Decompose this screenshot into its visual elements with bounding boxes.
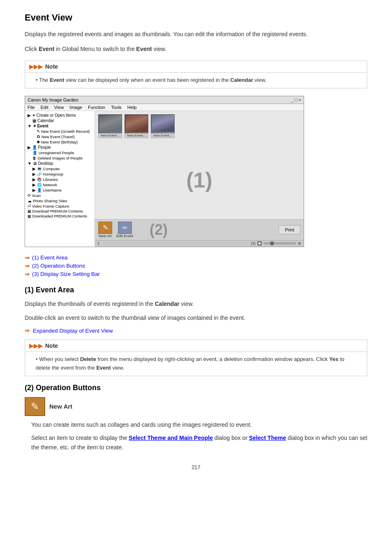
expanded-link-arrow: ⇒	[25, 327, 30, 334]
click-note-event2: Event	[136, 46, 152, 52]
note-box-2: ▶▶▶ Note When you select Delete from the…	[25, 340, 367, 376]
screenshot-body: ▶ ✦ Create or Open Items ▦ Calendar ▼ ✦ …	[25, 111, 304, 247]
note-list-item: The Event view can be displayed only whe…	[32, 76, 360, 85]
area-number-2: (2)	[150, 221, 168, 238]
select-theme-main-link[interactable]: Select Theme and Main People	[129, 435, 213, 441]
sidebar-item-calendar[interactable]: ▦ Calendar	[25, 118, 95, 123]
sidebar-item-growth[interactable]: ✎ New Event (Growth Record)	[25, 129, 95, 134]
note-header-1: ▶▶▶ Note	[25, 61, 367, 73]
menu-tools[interactable]: Tools	[111, 105, 122, 110]
expanded-link-row: ⇒ Expanded Display of Event View	[25, 327, 367, 334]
sidebar-item-deleted[interactable]: 🗑 Deleted Images of People	[25, 155, 95, 161]
new-art-section-icon: ✎	[25, 397, 45, 416]
sidebar-item-birthday[interactable]: ✱ New Event (Birthday)	[25, 139, 95, 145]
thumb-label-3: New Event...	[151, 133, 175, 138]
edit-event-btn[interactable]: ✏ Edit Event	[116, 222, 133, 238]
edit-event-label: Edit Event	[116, 234, 133, 238]
sidebar-item-download-premium[interactable]: ▦ Download PREMIUM Contents	[25, 209, 95, 214]
section-1-text-1: Displays the thumbnails of events regist…	[25, 299, 367, 308]
new-art-icon: ✎	[98, 222, 112, 234]
menu-view[interactable]: View	[54, 105, 64, 110]
sidebar-item-homegroup[interactable]: ▶ 🔗 Homegroup	[25, 171, 95, 177]
area-number-3: (3)	[251, 241, 256, 245]
link-event-area[interactable]: (1) Event Area	[32, 254, 67, 261]
note2-list-item: When you select Delete from the menu dis…	[32, 355, 360, 372]
intro-paragraph: Displays the registered events and image…	[25, 30, 367, 39]
new-art-row: ✎ New Art	[25, 397, 367, 416]
main-area: New Event... New Event...	[95, 111, 304, 247]
menu-image[interactable]: Image	[69, 105, 82, 110]
click-note: Click Event in Global Menu to switch to …	[25, 44, 367, 53]
sidebar-item-people[interactable]: ▶ 👤 People	[25, 145, 95, 150]
area-number-1: (1)	[186, 168, 212, 192]
event-area-label: (1)	[95, 141, 304, 219]
thumb-1[interactable]: New Event...	[98, 114, 122, 138]
sidebar-item-libraries[interactable]: ▶ 📚 Libraries	[25, 177, 95, 182]
screenshot-menubar: File Edit View Image Function Tools Help	[25, 104, 304, 111]
sidebar-item-video-frame[interactable]: ⏎ Video Frame Capture	[25, 204, 95, 209]
sidebar-item-travel[interactable]: ♻ New Event (Travel)	[25, 134, 95, 139]
select-theme-link[interactable]: Select Theme	[249, 435, 286, 441]
menu-edit[interactable]: Edit	[41, 105, 48, 110]
thumb-3[interactable]: New Event...	[151, 114, 175, 138]
expanded-display-link[interactable]: Expanded Display of Event View	[33, 328, 113, 334]
link-item-2: ⇒ (2) Operation Buttons	[25, 263, 367, 269]
sidebar-item-event[interactable]: ▼ ✦ Event	[25, 123, 95, 129]
sidebar-item-photo-sharing[interactable]: ☁ Photo Sharing Sites	[25, 198, 95, 204]
note2-event-bold: Event	[96, 365, 111, 371]
status-left: 1	[97, 241, 99, 245]
sidebar-item-desktop[interactable]: ▼ 🖥 Desktop	[25, 161, 95, 166]
new-art-btn[interactable]: ✎ New Art	[98, 222, 112, 238]
click-note-event: Event	[39, 46, 54, 52]
link-item-1: ⇒ (1) Event Area	[25, 254, 367, 261]
sidebar-item-unregistered[interactable]: 👤 Unregistered People	[25, 150, 95, 155]
note-box-1: ▶▶▶ Note The Event view can be displayed…	[25, 60, 367, 88]
sidebar-item-computer[interactable]: ▶ 💻 Computer	[25, 166, 95, 171]
note-label-1: Note	[45, 63, 58, 70]
note-arrows-icon: ▶▶▶	[29, 63, 43, 70]
link-arrow-3: ⇒	[25, 271, 30, 278]
link-arrow-2: ⇒	[25, 263, 30, 269]
link-display-size[interactable]: (3) Display Size Setting Bar	[32, 271, 100, 277]
sidebar-item-username[interactable]: ▶ 👤 UserName	[25, 187, 95, 193]
new-art-desc-1: You can create items such as collages an…	[31, 420, 367, 429]
menu-function[interactable]: Function	[88, 105, 105, 110]
note2-arrows-icon: ▶▶▶	[29, 342, 43, 349]
thumb-label-1: New Event...	[98, 133, 122, 138]
window-title: Canon My Image Garden	[28, 97, 78, 102]
thumb-label-2: New Event...	[125, 133, 148, 138]
status-bar: 1 (3) 🔲 ⊕	[95, 240, 304, 247]
thumb-2[interactable]: New Event...	[125, 114, 148, 138]
display-size-bar[interactable]: (3) 🔲 ⊕	[251, 241, 301, 245]
section-1-text-2: Double-click an event to switch to the t…	[25, 313, 367, 322]
note-header-2: ▶▶▶ Note	[25, 340, 367, 352]
print-button[interactable]: Print	[279, 225, 300, 234]
thumbnail-row: New Event... New Event...	[95, 111, 304, 141]
sidebar-item-network[interactable]: ▶ 🌐 Network	[25, 182, 95, 187]
sidebar-item-downloaded-premium[interactable]: ▦ Downloaded PREMIUM Contents	[25, 214, 95, 219]
note-calendar-bold: Calendar	[230, 77, 253, 83]
new-art-label: New Art	[99, 234, 112, 238]
link-operation-buttons[interactable]: (2) Operation Buttons	[32, 263, 85, 269]
bottom-toolbar: ✎ New Art ✏ Edit Event (2) Print	[95, 219, 304, 240]
menu-file[interactable]: File	[28, 105, 35, 110]
note-body-2: When you select Delete from the menu dis…	[25, 352, 367, 376]
size-small-icon: 🔲	[257, 241, 262, 245]
page-number: 217	[25, 464, 367, 470]
new-art-desc-2: Select an item to create to display the …	[31, 433, 367, 452]
page-title: Event View	[25, 12, 367, 23]
links-section: ⇒ (1) Event Area ⇒ (2) Operation Buttons…	[25, 254, 367, 278]
sidebar-item-create[interactable]: ▶ ✦ Create or Open Items	[25, 113, 95, 118]
window-controls[interactable]: _ □ ×	[291, 97, 301, 102]
screenshot-titlebar: Canon My Image Garden _ □ ×	[25, 96, 304, 104]
menu-help[interactable]: Help	[127, 105, 137, 110]
note-event-bold: Event	[50, 77, 64, 83]
calendar-bold: Calendar	[155, 301, 180, 307]
sidebar-item-scan[interactable]: ⟳ Scan	[25, 193, 95, 198]
section-2-title: (2) Operation Buttons	[25, 384, 367, 392]
link-item-3: ⇒ (3) Display Size Setting Bar	[25, 271, 367, 278]
note2-delete-bold: Delete	[80, 356, 96, 362]
link-arrow-1: ⇒	[25, 254, 30, 261]
size-thumb	[270, 241, 274, 245]
size-slider[interactable]	[263, 242, 296, 245]
